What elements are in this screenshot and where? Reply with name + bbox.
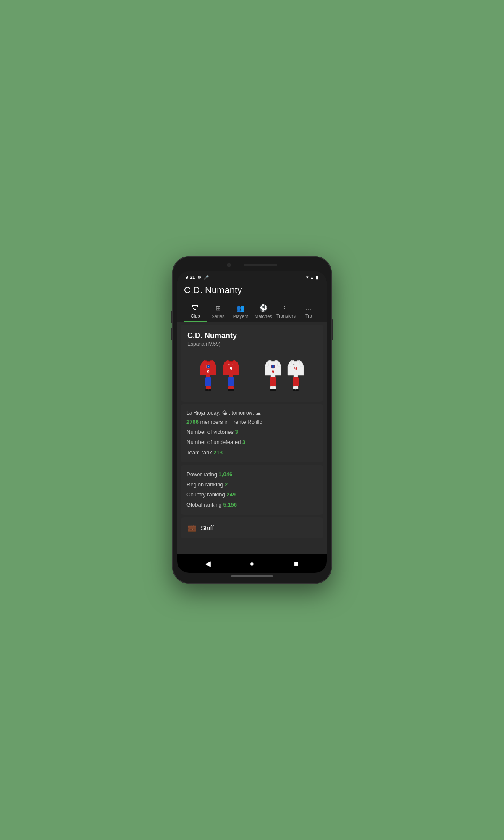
tab-transfers[interactable]: 🏷 Transfers bbox=[275, 301, 297, 322]
volume-up-button[interactable] bbox=[171, 311, 172, 323]
svg-text:9: 9 bbox=[272, 370, 274, 374]
tab-players[interactable]: 👥 Players bbox=[229, 301, 252, 322]
tab-series[interactable]: ⊞ Series bbox=[207, 301, 229, 322]
svg-text:S: S bbox=[208, 366, 209, 368]
home-kit-figure-1: 9 S bbox=[199, 357, 218, 391]
svg-rect-15 bbox=[228, 377, 234, 386]
svg-rect-26 bbox=[273, 386, 276, 390]
club-card: C.D. Numanty España (IV.59) bbox=[181, 325, 323, 402]
staff-card[interactable]: 💼 Staff bbox=[181, 517, 323, 538]
rank-label: Team rank bbox=[186, 449, 212, 456]
recents-button[interactable]: ■ bbox=[290, 557, 302, 570]
svg-marker-21 bbox=[265, 360, 269, 366]
svg-text:9: 9 bbox=[230, 366, 233, 372]
members-value: 2766 bbox=[186, 419, 199, 425]
tab-matches-label: Matches bbox=[255, 314, 272, 319]
kits-container: 9 S bbox=[187, 354, 317, 395]
home-button[interactable]: ● bbox=[246, 557, 258, 570]
weather-tomorrow-icon: ☁ bbox=[256, 410, 261, 416]
svg-rect-5 bbox=[206, 386, 208, 390]
members-label: members in Frente Rojillo bbox=[200, 419, 262, 425]
svg-rect-27 bbox=[270, 389, 273, 391]
away-kit-figure-2: Bicerin 9 bbox=[286, 357, 305, 391]
svg-marker-31 bbox=[288, 360, 292, 366]
victories-stat: Number of victories 3 bbox=[186, 428, 318, 436]
svg-rect-17 bbox=[231, 386, 234, 390]
global-label: Global ranking bbox=[186, 501, 222, 508]
tab-extra[interactable]: … Tra bbox=[297, 301, 320, 322]
power-button[interactable] bbox=[332, 319, 333, 340]
shield-icon: 🛡 bbox=[192, 304, 199, 312]
svg-text:9: 9 bbox=[207, 370, 209, 374]
members-stat: 2766 members in Frente Rojillo bbox=[186, 418, 318, 426]
home-jersey-1: 9 S bbox=[199, 357, 218, 391]
region-value: 2 bbox=[225, 481, 228, 488]
svg-rect-19 bbox=[231, 389, 234, 391]
tab-matches[interactable]: ⚽ Matches bbox=[252, 301, 275, 322]
country-value: 249 bbox=[226, 491, 236, 498]
weather-tomorrow-label: , tomorrow: bbox=[229, 410, 254, 416]
away-kit-pair: 9 S bbox=[263, 357, 305, 391]
club-league: España (IV.59) bbox=[187, 341, 317, 347]
home-jersey-2: Bicerin 9 bbox=[221, 357, 241, 391]
svg-text:S: S bbox=[273, 366, 274, 368]
volume-down-button[interactable] bbox=[171, 328, 172, 340]
club-name: C.D. Numanty bbox=[187, 331, 317, 340]
status-right: ▾ ▲ ▮ bbox=[306, 275, 318, 280]
bottom-nav: ◀ ● ■ bbox=[177, 554, 327, 573]
power-value: 1,046 bbox=[219, 471, 233, 478]
svg-marker-22 bbox=[277, 360, 281, 366]
region-stat: Region ranking 2 bbox=[186, 481, 318, 488]
undefeated-label: Number of undefeated bbox=[186, 439, 241, 445]
tab-transfers-label: Transfers bbox=[276, 313, 296, 318]
svg-rect-37 bbox=[296, 386, 298, 390]
back-button[interactable]: ◀ bbox=[202, 557, 214, 570]
region-label: Region ranking bbox=[186, 481, 223, 488]
country-stat: Country ranking 249 bbox=[186, 491, 318, 499]
ranking-card: Power rating 1,046 Region ranking 2 Coun… bbox=[181, 465, 323, 515]
undefeated-stat: Number of undefeated 3 bbox=[186, 438, 318, 446]
microphone-icon: 🎤 bbox=[204, 275, 209, 280]
home-kit-pair: 9 S bbox=[199, 357, 241, 391]
weather-line: La Rioja today: 🌤 , tomorrow: ☁ bbox=[186, 410, 318, 416]
staff-label: Staff bbox=[201, 524, 214, 531]
victories-value: 3 bbox=[235, 429, 238, 435]
svg-rect-38 bbox=[293, 389, 296, 391]
status-time: 9:21 bbox=[186, 275, 195, 280]
svg-marker-32 bbox=[299, 360, 304, 366]
global-stat: Global ranking 5,156 bbox=[186, 501, 318, 509]
people-icon: 👥 bbox=[236, 304, 245, 312]
camera-bar bbox=[177, 261, 327, 269]
phone-shell: 9:21 ⚙ 🎤 ▾ ▲ ▮ C.D. Numanty 🛡 Club ⊞ bbox=[172, 256, 332, 584]
settings-icon: ⚙ bbox=[197, 275, 201, 280]
page-title: C.D. Numanty bbox=[184, 285, 320, 296]
scroll-content[interactable]: C.D. Numanty España (IV.59) bbox=[177, 322, 327, 554]
wifi-icon: ▾ bbox=[306, 275, 308, 280]
away-jersey-2: Bicerin 9 bbox=[286, 357, 305, 391]
svg-text:9: 9 bbox=[294, 366, 297, 372]
community-card: La Rioja today: 🌤 , tomorrow: ☁ 2766 mem… bbox=[181, 404, 323, 462]
victories-label: Number of victories bbox=[186, 429, 234, 435]
nav-tabs: 🛡 Club ⊞ Series 👥 Players ⚽ Matches 🏷 bbox=[184, 301, 320, 322]
svg-rect-25 bbox=[270, 386, 273, 390]
svg-rect-3 bbox=[205, 377, 211, 386]
speaker-grill bbox=[244, 264, 277, 266]
tab-club[interactable]: 🛡 Club bbox=[184, 301, 207, 322]
app-header: C.D. Numanty 🛡 Club ⊞ Series 👥 Players ⚽ bbox=[177, 281, 327, 322]
status-bar: 9:21 ⚙ 🎤 ▾ ▲ ▮ bbox=[177, 271, 327, 281]
svg-rect-16 bbox=[228, 386, 231, 390]
undefeated-value: 3 bbox=[242, 439, 245, 445]
country-label: Country ranking bbox=[186, 491, 225, 498]
grid-icon: ⊞ bbox=[215, 304, 221, 312]
home-indicator-bar bbox=[231, 575, 273, 577]
svg-rect-6 bbox=[209, 386, 211, 390]
svg-rect-35 bbox=[293, 377, 299, 386]
rank-stat: Team rank 213 bbox=[186, 449, 318, 457]
svg-rect-39 bbox=[296, 389, 299, 391]
power-stat: Power rating 1,046 bbox=[186, 471, 318, 478]
phone-screen: 9:21 ⚙ 🎤 ▾ ▲ ▮ C.D. Numanty 🛡 Club ⊞ bbox=[177, 271, 327, 573]
battery-icon: ▮ bbox=[316, 275, 318, 280]
svg-rect-8 bbox=[208, 389, 211, 391]
tag-icon: 🏷 bbox=[283, 304, 289, 312]
svg-rect-28 bbox=[273, 389, 276, 391]
